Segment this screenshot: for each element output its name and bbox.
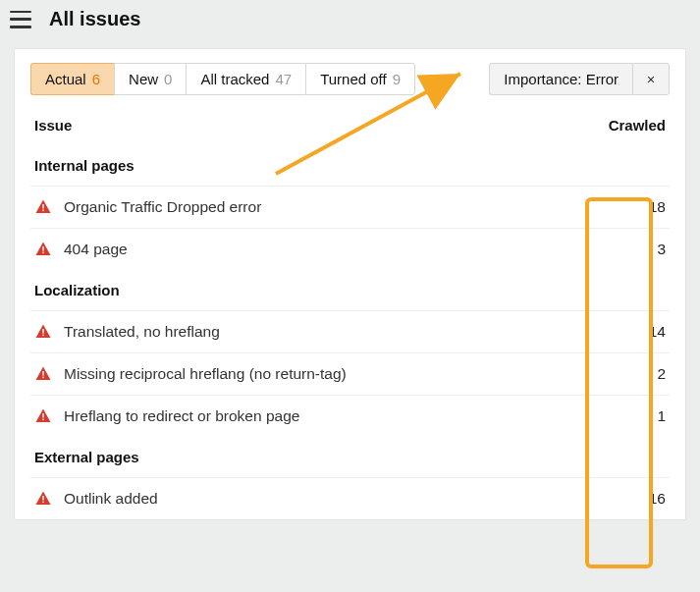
- issue-row[interactable]: Hreflang to redirect or broken page1: [30, 395, 670, 437]
- tab-label: New: [129, 71, 158, 87]
- issue-crawled-value: 18: [597, 198, 666, 216]
- issue-label: Translated, no hreflang: [64, 323, 597, 341]
- svg-rect-6: [42, 329, 44, 334]
- warning-icon: [34, 241, 52, 258]
- section-title: Localization: [30, 270, 670, 310]
- tab-count: 47: [275, 71, 292, 87]
- issue-crawled-value: 3: [597, 241, 666, 258]
- tab-new[interactable]: New 0: [114, 63, 186, 95]
- issue-label: Outlink added: [64, 490, 597, 508]
- warning-icon: [34, 365, 52, 383]
- col-issue: Issue: [34, 117, 577, 134]
- svg-rect-4: [42, 246, 44, 251]
- svg-rect-7: [42, 335, 44, 337]
- warning-icon: [34, 323, 52, 341]
- warning-icon: [34, 407, 52, 425]
- warning-icon: [34, 323, 52, 341]
- svg-rect-2: [42, 204, 44, 209]
- warning-icon: [34, 241, 52, 258]
- importance-clear-button[interactable]: [632, 63, 670, 95]
- issues-list: Internal pagesOrganic Traffic Dropped er…: [30, 145, 670, 519]
- svg-rect-12: [42, 496, 44, 501]
- issue-crawled-value: 14: [597, 323, 666, 341]
- warning-icon: [34, 198, 52, 216]
- svg-rect-5: [42, 252, 44, 254]
- issue-crawled-value: 2: [597, 365, 666, 383]
- warning-icon: [34, 490, 52, 508]
- issue-row[interactable]: Outlink added16: [30, 477, 670, 519]
- issue-label: Hreflang to redirect or broken page: [64, 407, 597, 425]
- warning-icon: [34, 365, 52, 383]
- close-icon: [647, 73, 655, 86]
- tab-count: 9: [393, 71, 401, 87]
- issue-row[interactable]: Translated, no hreflang14: [30, 310, 670, 352]
- tab-count: 0: [164, 71, 172, 87]
- tab-label: Turned off: [320, 71, 387, 87]
- issues-panel: Actual 6 New 0 All tracked 47 Turned off…: [14, 48, 686, 520]
- menu-icon[interactable]: [10, 11, 31, 28]
- section-title: External pages: [30, 437, 670, 477]
- issue-row[interactable]: 404 page3: [30, 228, 670, 270]
- tab-count: 6: [92, 71, 100, 87]
- filter-toolbar: Actual 6 New 0 All tracked 47 Turned off…: [30, 63, 670, 95]
- svg-rect-3: [42, 210, 44, 212]
- section-title: Internal pages: [30, 145, 670, 186]
- tab-label: All tracked: [200, 71, 269, 87]
- issue-row[interactable]: Organic Traffic Dropped error18: [30, 186, 670, 228]
- importance-chip[interactable]: Importance: Error: [489, 63, 632, 95]
- importance-filter: Importance: Error: [489, 63, 670, 95]
- svg-rect-10: [42, 413, 44, 418]
- issue-row[interactable]: Missing reciprocal hreflang (no return-t…: [30, 352, 670, 395]
- svg-rect-13: [42, 502, 44, 504]
- tab-all-tracked[interactable]: All tracked 47: [186, 63, 305, 95]
- issue-label: Missing reciprocal hreflang (no return-t…: [64, 365, 597, 383]
- col-crawled: Crawled: [577, 117, 666, 134]
- tab-turned-off[interactable]: Turned off 9: [305, 63, 415, 95]
- svg-rect-9: [42, 377, 44, 379]
- svg-rect-8: [42, 371, 44, 376]
- topbar: All issues: [0, 0, 700, 38]
- issue-label: Organic Traffic Dropped error: [64, 198, 597, 216]
- svg-rect-11: [42, 419, 44, 421]
- tab-actual[interactable]: Actual 6: [30, 63, 114, 95]
- table-header: Issue Crawled: [30, 95, 670, 145]
- warning-icon: [34, 198, 52, 216]
- tab-label: Actual: [45, 71, 86, 87]
- issue-crawled-value: 16: [597, 490, 666, 508]
- issue-label: 404 page: [64, 241, 597, 258]
- warning-icon: [34, 407, 52, 425]
- page-title: All issues: [49, 8, 140, 30]
- filter-tabs: Actual 6 New 0 All tracked 47 Turned off…: [30, 63, 415, 95]
- warning-icon: [34, 490, 52, 508]
- issue-crawled-value: 1: [597, 407, 666, 425]
